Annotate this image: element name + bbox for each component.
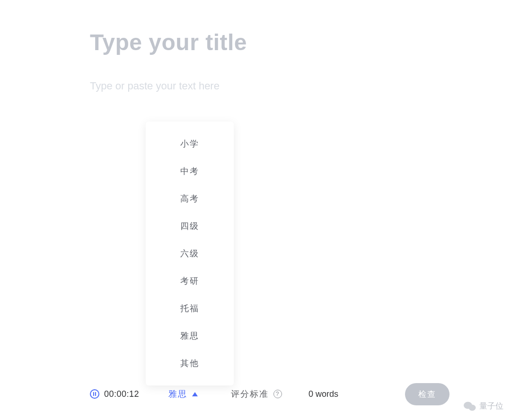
dropdown-item-other[interactable]: 其他 [146,350,234,377]
dropdown-item-cet6[interactable]: 六级 [146,240,234,267]
dropdown-item-kaoyan[interactable]: 考研 [146,267,234,295]
dropdown-item-primary[interactable]: 小学 [146,130,234,158]
timer-text: 00:00:12 [104,389,139,399]
level-dropdown: 小学 中考 高考 四级 六级 考研 托福 雅思 其他 [146,122,234,385]
watermark-text: 量子位 [479,401,503,411]
svg-point-1 [469,404,476,411]
criteria-group[interactable]: 评分标准 ? [231,388,282,400]
title-input[interactable] [90,29,421,55]
dropdown-item-cet4[interactable]: 四级 [146,212,234,240]
check-button[interactable]: 检查 [405,383,449,405]
word-count: 0 words [308,389,338,399]
wechat-icon [463,401,476,411]
help-icon: ? [273,390,282,398]
triangle-up-icon [192,392,198,396]
watermark: 量子位 [463,401,503,411]
body-input[interactable] [90,80,421,92]
dropdown-item-zhongkao[interactable]: 中考 [146,158,234,185]
level-selector[interactable]: 雅思 [168,388,198,400]
criteria-label: 评分标准 [231,388,269,400]
dropdown-item-ielts[interactable]: 雅思 [146,322,234,350]
editor-area [0,0,511,92]
level-selector-label: 雅思 [168,388,187,400]
timer-group: 00:00:12 [90,389,139,399]
pause-icon[interactable] [90,389,99,399]
dropdown-item-gaokao[interactable]: 高考 [146,185,234,212]
bottom-bar: 00:00:12 雅思 评分标准 ? 0 words 检查 [0,382,511,406]
dropdown-item-toefl[interactable]: 托福 [146,295,234,322]
